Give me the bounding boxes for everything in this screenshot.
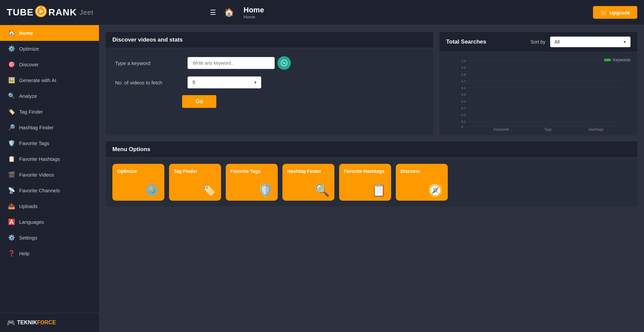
nav-icon-hashtag-finder: 🔎 [8, 124, 15, 131]
menu-card-hashtag-finder[interactable]: Hashtag Finder🔍 [282, 164, 334, 201]
menu-card-icon-optimize: ⚙️ [145, 183, 160, 197]
menu-panel: Menu Options Optimize⚙️Tag Finder🏷️Favor… [106, 141, 637, 207]
sidebar-nav: 🏠Home⚙️Optimize🎯Discover🖼️Generate with … [0, 25, 99, 261]
sidebar-label-settings: Settings [19, 235, 37, 241]
svg-point-6 [283, 62, 285, 64]
menu-card-icon-favorite-hashtags: 📋 [371, 183, 386, 197]
sidebar-item-discover[interactable]: 🎯Discover [0, 57, 99, 72]
menu-card-favorite-hashtags[interactable]: Favorite Hashtags📋 [339, 164, 391, 201]
svg-text:0.8: 0.8 [461, 73, 466, 76]
sidebar-label-help: Help [19, 251, 30, 256]
svg-text:0.4: 0.4 [461, 99, 466, 103]
sidebar: 🏠Home⚙️Optimize🎯Discover🖼️Generate with … [0, 25, 99, 332]
fetch-row: No. of videos to fetch 510152025 [115, 76, 424, 88]
sidebar-item-help[interactable]: ❓Help [0, 246, 99, 261]
menu-card-favorite-tags[interactable]: Favorite Tags🛡️ [226, 164, 278, 201]
logo-area: TUBE RANK Jeet [7, 5, 106, 20]
menu-card-tag-finder[interactable]: Tag Finder🏷️ [169, 164, 221, 201]
menu-card-label-favorite-hashtags: Favorite Hashtags [344, 169, 384, 174]
sidebar-label-tag-finder: Tag Finder [19, 109, 43, 115]
ai-icon [280, 59, 288, 67]
nav-subtitle: Home [244, 14, 264, 19]
logo-icon [35, 5, 47, 17]
sidebar-item-settings[interactable]: ⚙️Settings [0, 230, 99, 246]
svg-text:0.1: 0.1 [461, 120, 466, 123]
nav-title: Home [244, 6, 264, 14]
nav-icon-favorite-channels: 📡 [8, 187, 15, 194]
nav-icon-analyze: 🔍 [8, 92, 15, 99]
logo: TUBE RANK Jeet [7, 5, 94, 20]
svg-text:Tags: Tags [544, 127, 552, 131]
svg-text:Hashtags: Hashtags [589, 127, 603, 131]
legend-label: Keywords [613, 58, 631, 62]
sidebar-label-favorite-videos: Favorite Videos [19, 172, 54, 178]
menu-card-label-favorite-tags: Favorite Tags [230, 169, 261, 174]
content-area: Discover videos and stats Type a keyword [99, 25, 644, 332]
nav-icon-home: 🏠 [8, 29, 15, 37]
menu-card-optimize[interactable]: Optimize⚙️ [112, 164, 164, 201]
sidebar-label-analyze: Analyze [19, 93, 37, 99]
sidebar-item-favorite-hashtags[interactable]: 📋Favorite Hashtags [0, 151, 99, 167]
discover-panel: Discover videos and stats Type a keyword [106, 32, 433, 135]
sidebar-item-favorite-tags[interactable]: 🛡️Favorite Tags [0, 135, 99, 151]
svg-text:0.3: 0.3 [461, 106, 466, 110]
menu-options-grid: Optimize⚙️Tag Finder🏷️Favorite Tags🛡️Has… [106, 158, 637, 207]
menu-card-icon-hashtag-finder: 🔍 [315, 183, 330, 197]
sidebar-item-optimize[interactable]: ⚙️Optimize [0, 41, 99, 57]
sidebar-item-languages[interactable]: 🅰️Languages [0, 214, 99, 230]
teknik-force: FORCE [37, 320, 56, 325]
fetch-select[interactable]: 510152025 [187, 76, 261, 88]
sidebar-label-favorite-hashtags: Favorite Hashtags [19, 156, 60, 162]
upgrade-button[interactable]: 👑 Upgrade [593, 6, 637, 19]
sidebar-label-favorite-tags: Favorite Tags [19, 140, 49, 146]
menu-card-icon-favorite-tags: 🛡️ [258, 183, 273, 197]
teknik-logo: 🎮 TEKNIKFORCE [7, 319, 56, 327]
sidebar-item-generate-ai[interactable]: 🖼️Generate with AI [0, 72, 99, 88]
sidebar-item-uploads[interactable]: 📤Uploads [0, 198, 99, 214]
header-left: TUBE RANK Jeet ☰ 🏠 Home Home [7, 5, 264, 20]
fetch-label: No. of videos to fetch [115, 80, 182, 85]
menu-card-label-optimize: Optimize [117, 169, 137, 174]
svg-text:0.7: 0.7 [461, 79, 466, 83]
svg-text:0.5: 0.5 [461, 93, 466, 96]
keyword-row: Type a keyword [115, 56, 424, 70]
svg-text:0.9: 0.9 [461, 66, 466, 69]
nav-icon-tag-finder: 🏷️ [8, 108, 15, 115]
sidebar-item-favorite-channels[interactable]: 📡Favorite Channels [0, 183, 99, 198]
chart-legend: Keywords [604, 58, 631, 62]
keyword-input[interactable] [187, 57, 275, 69]
sidebar-item-analyze[interactable]: 🔍Analyze [0, 88, 99, 104]
sidebar-label-languages: Languages [19, 219, 44, 225]
main-layout: 🏠Home⚙️Optimize🎯Discover🖼️Generate with … [0, 25, 644, 332]
logo-jeet: Jeet [79, 9, 94, 16]
ai-search-button[interactable] [277, 56, 291, 70]
menu-card-discover[interactable]: Discover🧭 [396, 164, 448, 201]
hamburger-icon[interactable]: ☰ [210, 8, 216, 16]
teknik-icon: 🎮 [7, 319, 15, 327]
sidebar-item-home[interactable]: 🏠Home [0, 25, 99, 41]
sort-by-label: Sort by [531, 39, 545, 45]
keyword-input-wrap [187, 56, 424, 70]
discover-title: Discover videos and stats [112, 37, 183, 43]
legend-dot [604, 59, 611, 61]
header: TUBE RANK Jeet ☰ 🏠 Home Home [0, 0, 644, 25]
go-button[interactable]: Go [182, 95, 216, 108]
nav-icon-favorite-tags: 🛡️ [8, 140, 15, 147]
menu-card-label-tag-finder: Tag Finder [174, 169, 198, 174]
svg-text:Keywords: Keywords [494, 127, 509, 131]
sidebar-item-favorite-videos[interactable]: 🎬Favorite Videos [0, 167, 99, 183]
sidebar-item-tag-finder[interactable]: 🏷️Tag Finder [0, 104, 99, 120]
top-row: Discover videos and stats Type a keyword [106, 32, 637, 135]
menu-card-icon-tag-finder: 🏷️ [201, 183, 216, 197]
sort-select[interactable]: AllKeywordsTagsHashtags [550, 37, 631, 47]
upgrade-icon: 👑 [600, 9, 607, 15]
discover-panel-header: Discover videos and stats [106, 32, 433, 48]
sort-select-wrapper: AllKeywordsTagsHashtags [550, 37, 631, 47]
logo-rank: RANK [48, 7, 77, 18]
logo-tube: TUBE [7, 7, 34, 18]
searches-title: Total Searches [446, 39, 526, 45]
discover-panel-body: Type a keyword [106, 48, 433, 116]
sidebar-item-hashtag-finder[interactable]: 🔎Hashtag Finder [0, 120, 99, 135]
sidebar-label-favorite-channels: Favorite Channels [19, 188, 60, 193]
chart-svg: 1.0 0.9 0.8 0.7 0.6 0.5 0.4 0.3 0.2 0.1 … [443, 58, 633, 131]
